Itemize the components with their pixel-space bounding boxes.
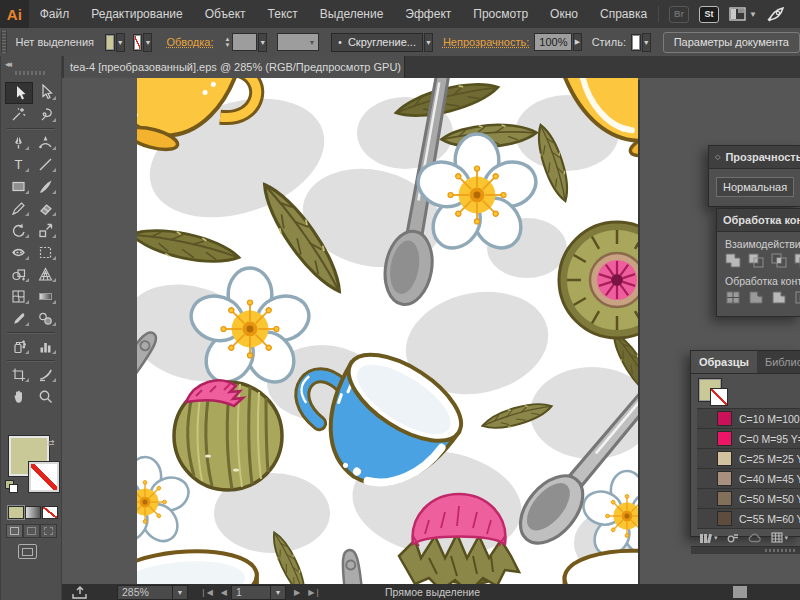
brush-dropdown[interactable]: ▼ xyxy=(424,33,433,52)
symbol-sprayer-tool[interactable] xyxy=(5,336,31,356)
draw-inside-mode[interactable] xyxy=(40,524,57,538)
minus-front-icon[interactable] xyxy=(748,252,765,269)
merge-icon[interactable] xyxy=(771,289,788,306)
width-profile-field[interactable]: ▼ xyxy=(277,33,319,51)
pen-tool[interactable] xyxy=(5,132,31,152)
draw-normal-mode[interactable] xyxy=(6,524,23,538)
last-artboard-icon[interactable]: ▶❘ xyxy=(308,588,321,597)
artboard[interactable] xyxy=(137,78,638,584)
exclude-icon[interactable] xyxy=(794,252,800,269)
selection-tool[interactable] xyxy=(5,82,33,104)
menu-window[interactable]: Окно xyxy=(539,7,589,21)
stroke-panel-link[interactable]: Обводка: xyxy=(166,36,213,48)
opacity-field[interactable]: 100% xyxy=(534,33,572,51)
stroke-dropdown[interactable]: ▼ xyxy=(143,33,152,52)
rectangle-tool[interactable] xyxy=(5,176,31,196)
stroke-color-swatch[interactable] xyxy=(133,34,143,51)
swatch-row[interactable]: C=25 M=25 Y=40 K=0 xyxy=(697,449,800,469)
menu-help[interactable]: Справка xyxy=(589,7,658,21)
export-icon[interactable] xyxy=(72,586,87,599)
none-button[interactable] xyxy=(42,506,58,519)
stroke-proxy-swatch[interactable] xyxy=(29,462,59,492)
fill-dropdown[interactable]: ▼ xyxy=(116,33,125,52)
fill-color-swatch[interactable] xyxy=(105,34,115,51)
draw-behind-mode[interactable] xyxy=(23,524,40,538)
artboard-tool[interactable] xyxy=(5,364,31,384)
first-artboard-icon[interactable]: ❘◀ xyxy=(200,588,213,597)
stock-icon[interactable]: St xyxy=(699,6,719,23)
color-button[interactable] xyxy=(8,506,24,519)
rotate-tool[interactable] xyxy=(5,220,31,240)
swap-fill-stroke-icon[interactable]: ⇄ xyxy=(47,438,55,448)
style-dropdown[interactable]: ▼ xyxy=(642,33,651,52)
scrollbar-thumb[interactable] xyxy=(733,586,747,598)
pencil-tool[interactable] xyxy=(5,198,31,218)
artboard-number-field[interactable]: 1 xyxy=(231,585,271,600)
menu-effect[interactable]: Эффект xyxy=(394,7,462,21)
style-swatch[interactable] xyxy=(631,34,641,51)
menu-file[interactable]: Файл xyxy=(29,7,81,21)
next-artboard-icon[interactable]: ▶ xyxy=(294,588,300,597)
pathfinder-panel-header[interactable]: Обработка контуров xyxy=(717,209,800,232)
unite-icon[interactable] xyxy=(725,252,742,269)
artboard-dropdown[interactable]: ▼ xyxy=(271,585,286,600)
trim-icon[interactable] xyxy=(748,289,765,306)
tab-swatches[interactable]: Образцы xyxy=(691,351,757,373)
tab-swatch-libraries[interactable]: Библиотеки образцов xyxy=(757,351,800,373)
width-tool[interactable] xyxy=(5,242,31,262)
brush-definition-dropdown[interactable]: • Скругление... xyxy=(331,33,423,52)
perspective-grid-tool[interactable] xyxy=(32,264,58,284)
transparency-panel-header[interactable]: ◇ Прозрачность xyxy=(709,146,800,169)
eyedropper-tool[interactable] xyxy=(5,308,31,328)
zoom-level-field[interactable]: 285% xyxy=(117,585,173,600)
document-setup-button[interactable]: Параметры документа xyxy=(663,32,800,53)
bridge-icon[interactable]: Br xyxy=(669,6,689,23)
cloud-icon[interactable] xyxy=(748,533,762,543)
panel-grip[interactable] xyxy=(1,31,7,53)
swatch-row[interactable]: C=55 M=60 Y=65 K=40 xyxy=(697,509,800,529)
stroke-weight-stepper[interactable]: ▲▼ xyxy=(225,37,231,48)
free-transform-tool[interactable] xyxy=(32,242,58,262)
document-tab[interactable]: tea-4 [преобразованный].eps @ 285% (RGB/… xyxy=(64,56,405,78)
swatch-row[interactable]: C=40 M=45 Y=50 K=5 xyxy=(697,469,800,489)
divide-icon[interactable] xyxy=(725,289,742,306)
paintbrush-tool[interactable] xyxy=(32,176,58,196)
curvature-tool[interactable] xyxy=(32,132,58,152)
scale-tool[interactable] xyxy=(32,220,58,240)
collapse-panel-icon[interactable]: ◂◂ xyxy=(5,59,10,69)
direct-selection-tool[interactable] xyxy=(32,82,58,102)
gradient-tool[interactable] xyxy=(32,286,58,306)
stroke-weight-field[interactable] xyxy=(232,33,257,51)
magic-wand-tool[interactable] xyxy=(5,104,31,124)
gpu-rocket-icon[interactable] xyxy=(767,6,786,23)
menu-select[interactable]: Выделение xyxy=(309,7,395,21)
hand-tool[interactable] xyxy=(5,386,31,406)
opacity-dropdown[interactable]: ▶ xyxy=(573,33,581,51)
lasso-tool[interactable] xyxy=(32,104,58,124)
workspace-switcher[interactable]: ▼ xyxy=(729,7,757,21)
prev-artboard-icon[interactable]: ◀ xyxy=(221,588,227,597)
swatch-row[interactable]: C=10 M=100 Y=50 K=0 xyxy=(697,409,800,429)
collapse-panel-icon[interactable]: ◇ xyxy=(715,154,720,160)
gradient-button[interactable] xyxy=(25,506,41,519)
menu-object[interactable]: Объект xyxy=(194,7,257,21)
swatch-row[interactable]: C=50 M=50 Y=60 K=25 xyxy=(697,489,800,509)
stroke-proxy-swatch[interactable] xyxy=(710,388,728,406)
crop-icon[interactable] xyxy=(794,289,800,306)
stroke-weight-dropdown[interactable]: ▼ xyxy=(258,33,267,52)
mesh-tool[interactable] xyxy=(5,286,31,306)
toolbar-grip[interactable] xyxy=(15,71,47,75)
line-segment-tool[interactable] xyxy=(32,154,58,174)
type-tool[interactable]: T xyxy=(5,154,31,174)
slice-tool[interactable] xyxy=(32,364,58,384)
swatch-libraries-icon[interactable]: ▾ xyxy=(699,532,718,544)
swatch-view-icon[interactable]: ▾ xyxy=(771,532,789,543)
opacity-link[interactable]: Непрозрачность: xyxy=(443,36,529,48)
panel-resize-grip[interactable] xyxy=(691,546,800,554)
menu-edit[interactable]: Редактирование xyxy=(80,7,193,21)
blend-tool[interactable] xyxy=(32,308,58,328)
zoom-tool[interactable] xyxy=(32,386,58,406)
swatch-row[interactable]: C=0 M=95 Y=20 K=0 xyxy=(697,429,800,449)
screen-mode-button[interactable] xyxy=(18,544,37,559)
zoom-dropdown[interactable]: ▼ xyxy=(173,585,188,600)
